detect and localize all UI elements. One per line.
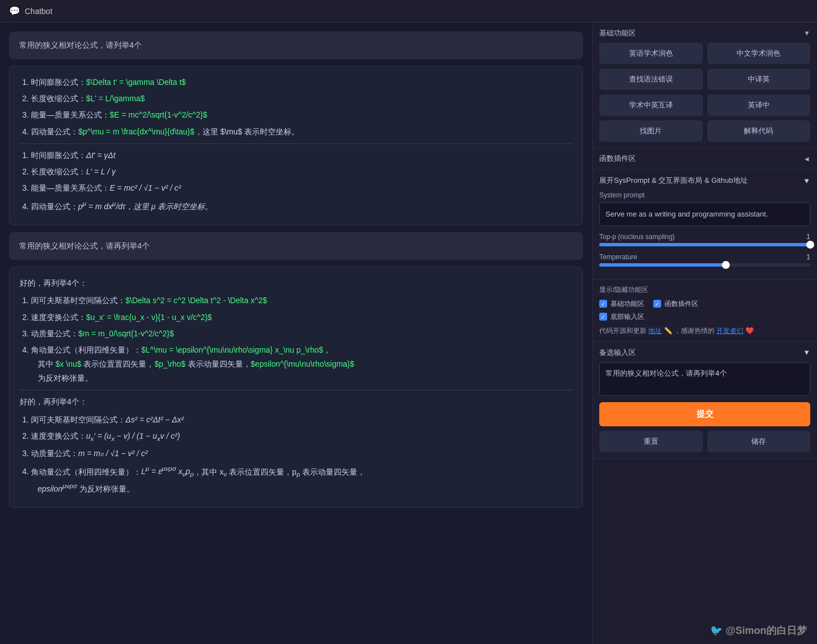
chat-icon: 💬 [9,6,20,16]
checkbox-basic-box[interactable]: ✓ [599,300,607,308]
save-button[interactable]: 储存 [707,431,811,452]
sysprompt-chevron-icon: ▼ [803,177,810,185]
basic-functions-section: 基础功能区 ▼ 英语学术润色 中文学术润色 查找语法错误 中译英 学术中英互译 … [592,22,817,148]
temperature-thumb[interactable] [722,261,730,269]
pen-icon: ✏️ [664,327,672,335]
checkbox-basic[interactable]: ✓ 基础功能区 [599,299,644,309]
btn-chinese-polish[interactable]: 中文学术润色 [707,43,811,64]
btn-cn-to-en[interactable]: 中译英 [707,69,811,90]
assistant-message-2: 好的，再列举4个： 闵可夫斯基时空间隔公式：$\Delta s^2 = c^2 … [9,267,583,508]
btn-en-to-cn[interactable]: 英译中 [707,94,811,116]
source-link[interactable]: 地址 [648,327,662,335]
checkbox-bottom[interactable]: ✓ 底部输入区 [599,312,644,322]
check-icon-3: ✓ [601,314,605,320]
source-link-row: 代码开源和更新 地址 ✏️ ，感谢热情的 开发者们 ❤️ [599,326,810,336]
top-p-row: Top-p (nucleus sampling) 1 [599,233,810,246]
btn-grammar-check[interactable]: 查找语法错误 [599,69,703,90]
sysprompt-header[interactable]: 展开SysPrompt & 交互界面布局 & Github地址 ▼ [599,175,810,186]
temperature-value: 1 [806,253,810,261]
sysprompt-label: System prompt [599,191,810,199]
basic-section-header[interactable]: 基础功能区 ▼ [599,28,810,38]
checkbox-bottom-box[interactable]: ✓ [599,313,607,321]
checkbox-row-2: ✓ 底部输入区 [599,312,810,322]
temperature-fill [599,263,726,267]
submit-button[interactable]: 提交 [599,402,810,426]
show-hide-label: 显示/隐藏功能区 [599,285,810,295]
basic-chevron-icon: ▼ [803,29,810,37]
temperature-label: Temperature [599,253,637,261]
backup-title: 备选输入区 [599,348,636,358]
temperature-track[interactable] [599,263,810,267]
btn-explain-code[interactable]: 解释代码 [707,120,811,142]
header: 💬 Chatbot [0,0,817,22]
top-p-fill [599,243,810,246]
user-message-1: 常用的狭义相对论公式，请列举4个 [9,31,583,59]
sysprompt-section: 展开SysPrompt & 交互界面布局 & Github地址 ▼ System… [592,170,817,280]
top-p-value: 1 [806,233,810,241]
btn-academic-translate[interactable]: 学术中英互译 [599,94,703,116]
checkbox-row-1: ✓ 基础功能区 ✓ 函数插件区 [599,299,810,309]
contributors-link[interactable]: 开发者们 [716,327,743,335]
heart-icon: ❤️ [746,327,754,335]
top-p-track[interactable] [599,243,810,246]
plugin-triangle-icon: ◄ [803,155,810,163]
bottom-buttons: 重置 储存 [599,431,810,452]
btn-english-polish[interactable]: 英语学术润色 [599,43,703,64]
source-text: 代码开源和更新 [599,327,647,335]
backup-section: 备选输入区 ▼ 常用的狭义相对论公式，请再列举4个 提交 重置 储存 [592,342,817,458]
weibo-icon: 🐦 [710,625,722,636]
top-p-thumb[interactable] [806,241,814,249]
user-message-2: 常用的狭义相对论公式，请再列举4个 [9,232,583,260]
backup-chevron-icon: ▼ [803,348,810,357]
check-icon: ✓ [601,301,605,307]
basic-btn-grid: 英语学术润色 中文学术润色 查找语法错误 中译英 学术中英互译 英译中 找图片 … [599,43,810,142]
check-icon-2: ✓ [655,301,659,307]
temperature-row: Temperature 1 [599,253,810,267]
thanks-text: ，感谢热情的 [674,327,715,335]
plugin-section-header[interactable]: 函数插件区 ◄ [599,154,810,164]
reset-button[interactable]: 重置 [599,431,703,452]
sysprompt-value[interactable]: Serve me as a writing and programming as… [599,202,810,226]
checkbox-basic-label: 基础功能区 [610,299,644,309]
watermark: 🐦 @Simon的白日梦 [704,622,812,640]
plugin-section: 函数插件区 ◄ [592,148,817,170]
checkbox-plugin-box[interactable]: ✓ [653,300,661,308]
checkbox-bottom-label: 底部输入区 [610,312,644,322]
checkbox-plugin-label: 函数插件区 [665,299,698,309]
checkbox-plugin[interactable]: ✓ 函数插件区 [653,299,698,309]
app-title: Chatbot [25,7,52,16]
backup-input[interactable]: 常用的狭义相对论公式，请再列举4个 [599,362,810,396]
sidebar: 基础功能区 ▼ 英语学术润色 中文学术润色 查找语法错误 中译英 学术中英互译 … [592,22,817,644]
btn-find-image[interactable]: 找图片 [599,120,703,142]
chat-area: 常用的狭义相对论公式，请列举4个 时间膨胀公式：$\Delta t' = \ga… [0,22,592,644]
main-layout: 常用的狭义相对论公式，请列举4个 时间膨胀公式：$\Delta t' = \ga… [0,22,817,644]
top-p-label: Top-p (nucleus sampling) [599,233,675,241]
backup-header: 备选输入区 ▼ [599,348,810,358]
assistant-message-1: 时间膨胀公式：$\Delta t' = \gamma \Delta t$ 长度收… [9,66,583,226]
show-hide-section: 显示/隐藏功能区 ✓ 基础功能区 ✓ 函数插件区 [592,280,817,342]
